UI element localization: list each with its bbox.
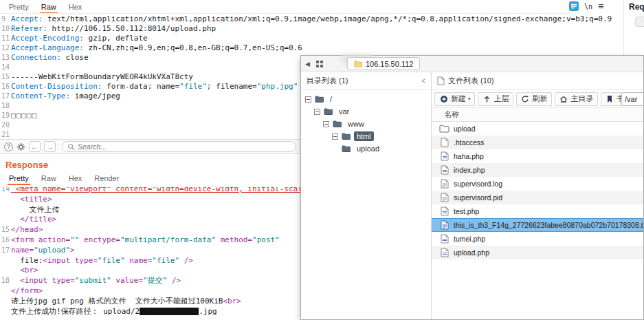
code-segment: />: [167, 276, 181, 286]
file-list-icon: [437, 76, 445, 85]
file-manager-window: ◀ 106.15.50.112 目录列表 (1) < /varwwwhtmlup…: [300, 55, 644, 320]
folder-icon: [332, 120, 342, 127]
file-name: .htaccess: [454, 138, 484, 147]
file-icon: [439, 248, 449, 257]
tab-pretty[interactable]: Pretty: [3, 172, 35, 185]
newline-toggle[interactable]: \n: [584, 3, 592, 10]
tab-divider: [0, 13, 570, 14]
folder-icon: [341, 133, 351, 140]
file-panel: 文件列表 (10) 新建▾上层刷新主目录书签▾ 名称 upload.htacce…: [432, 72, 643, 319]
code-segment: ------WebKitFormBoundaryWEOR4kUkVXaT8cty: [11, 72, 193, 82]
home-icon: [559, 95, 569, 103]
request-tab-bar: PrettyRawHex: [0, 0, 644, 14]
code-segment: <input type=: [43, 256, 97, 266]
tree-node-label: /: [327, 94, 335, 104]
search-box[interactable]: [62, 141, 296, 152]
file-row[interactable]: supervisord.pid: [432, 191, 643, 204]
code-segment: <meta name="viewport" content="width=dev…: [11, 187, 300, 195]
file-list: upload.htaccesshaha.phpindex.phpsupervis…: [432, 122, 643, 259]
chevron-down-icon: ▾: [468, 96, 471, 102]
file-row[interactable]: upload: [432, 122, 643, 136]
line-number: 11: [0, 34, 11, 43]
column-header-name[interactable]: 名称: [432, 108, 643, 122]
tab-raw[interactable]: Raw: [35, 1, 63, 14]
line-number: 17: [0, 246, 11, 256]
toolbar-button-label: 主目录: [571, 94, 594, 104]
code-segment: >: [70, 246, 75, 256]
line-number: 10: [0, 24, 11, 34]
directory-tree: /varwwwhtmlupload: [301, 90, 431, 155]
collapse-panel-button[interactable]: <: [421, 77, 425, 85]
directory-panel: 目录列表 (1) < /varwwwhtmlupload: [301, 72, 432, 319]
settings-gear-icon[interactable]: [16, 142, 25, 151]
code-line: file:<input type="file" name="file" />: [0, 256, 300, 266]
help-icon[interactable]: ?: [4, 142, 13, 151]
address-host: 106.15.50.112: [366, 60, 414, 68]
grid-view-icon[interactable]: [315, 60, 324, 68]
line-number: [0, 256, 11, 266]
response-editor[interactable]: 14 <meta name="viewport" content="width=…: [0, 187, 300, 320]
address-tab[interactable]: 106.15.50.112: [347, 57, 421, 70]
prev-match-button[interactable]: ←: [29, 141, 41, 152]
directory-panel-header: 目录列表 (1) <: [301, 72, 431, 90]
file-row[interactable]: .htaccess: [432, 136, 643, 149]
line-number: 15: [0, 225, 11, 235]
refresh-icon: [520, 95, 531, 103]
file-row[interactable]: tumei.php: [432, 232, 643, 246]
tree-item-www[interactable]: www: [301, 118, 431, 130]
tab-render[interactable]: Render: [88, 172, 125, 185]
tree-item-upload[interactable]: upload: [301, 142, 431, 155]
code-segment: Accept:: [11, 14, 43, 24]
tree-item-var[interactable]: var: [301, 105, 431, 118]
toolbar-button-home[interactable]: 主目录: [555, 92, 598, 106]
file-row[interactable]: index.php: [432, 163, 643, 177]
code-line: 文件上传成功!保存路径： upload/2.jpg: [0, 307, 300, 317]
code-segment: close: [61, 53, 89, 63]
code-line: 文件上传: [0, 205, 300, 215]
file-manager-body: 目录列表 (1) < /varwwwhtmlupload 文件列表 (10) 新…: [301, 72, 643, 319]
hamburger-menu-icon[interactable]: ≡: [598, 1, 603, 11]
code-segment: ; filename=: [207, 82, 257, 92]
tree-expander-icon[interactable]: [323, 121, 329, 127]
file-icon: [439, 138, 449, 147]
file-name: upload: [454, 125, 476, 133]
file-name: test.php: [454, 207, 479, 215]
tree-expander-icon[interactable]: [305, 96, 311, 103]
file-row[interactable]: haha.php: [432, 149, 643, 163]
line-number: 12: [0, 43, 11, 53]
next-match-button[interactable]: →: [44, 141, 56, 152]
code-segment: Connection:: [11, 53, 61, 63]
file-row[interactable]: this_is_th3_F14g_27726623fabee80870ab072…: [432, 218, 643, 232]
display-settings-icon[interactable]: [569, 1, 579, 11]
line-number: 19: [0, 111, 11, 120]
tab-hex[interactable]: Hex: [63, 1, 89, 14]
toolbar-button-refresh[interactable]: 刷新: [516, 92, 552, 106]
code-segment: "提交": [143, 276, 167, 286]
file-icon: [439, 220, 449, 230]
tab-hex[interactable]: Hex: [63, 172, 89, 185]
path-input[interactable]: [621, 92, 643, 106]
file-row[interactable]: test.php: [432, 204, 643, 218]
code-segment: 文件上传: [11, 205, 60, 215]
tree-item-[interactable]: /: [301, 93, 431, 105]
file-row[interactable]: supervisord.log: [432, 177, 643, 191]
tab-pretty[interactable]: Pretty: [3, 1, 35, 14]
line-number: 16: [0, 82, 11, 92]
tab-raw[interactable]: Raw: [35, 172, 63, 185]
code-line: 12Accept-Language: zh-CN,zh;q=0.9,en;q=0…: [0, 43, 644, 53]
code-segment: http://106.15.50.112:8014/upload.php: [47, 24, 216, 34]
nav-back-icon[interactable]: ◀: [305, 61, 310, 67]
tree-item-html[interactable]: html: [301, 130, 431, 142]
code-segment: form-data; name=: [102, 82, 179, 92]
toolbar-button-new[interactable]: 新建▾: [434, 92, 475, 106]
request-panel-title: Requ: [629, 2, 644, 12]
toolbar-button-up[interactable]: 上层: [478, 92, 513, 106]
tree-expander-icon[interactable]: [332, 134, 338, 140]
line-number: [0, 307, 11, 317]
tree-expander-icon[interactable]: [314, 109, 320, 115]
search-input[interactable]: [78, 142, 291, 151]
file-name: upload.php: [454, 248, 489, 257]
file-row[interactable]: upload.php: [432, 246, 643, 259]
file-panel-title: 文件列表 (10): [448, 76, 494, 86]
code-line: 14 <meta name="viewport" content="width=…: [0, 187, 300, 195]
